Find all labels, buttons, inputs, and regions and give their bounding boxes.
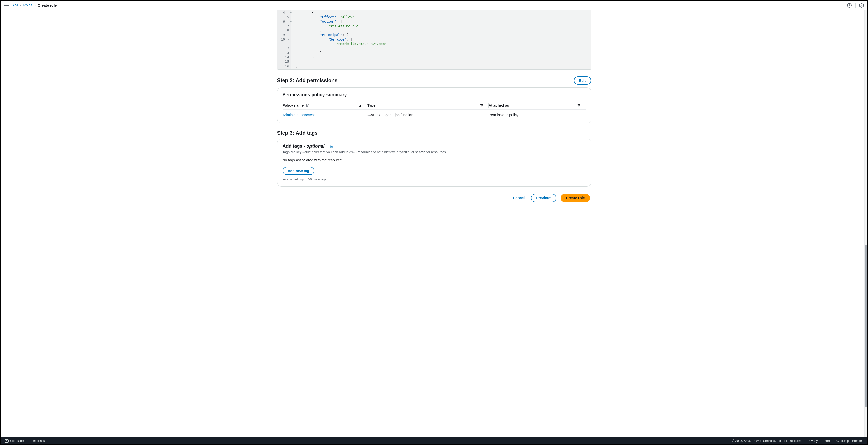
chevron-right-icon: › [20, 3, 21, 7]
create-role-highlight: Create role [560, 193, 591, 203]
external-link-icon [306, 103, 309, 107]
edit-permissions-button[interactable]: Edit [574, 76, 591, 85]
help-icon[interactable]: i [847, 3, 852, 8]
main-content: 4 -56 -789 -10 -111213141516 { "Effect":… [1, 10, 867, 437]
step3-header: Step 3: Add tags [277, 130, 591, 136]
step2-heading: Step 2: Add permissions [277, 77, 338, 83]
code-gutter: 4 -56 -789 -10 -111213141516 [277, 10, 291, 69]
menu-icon[interactable] [4, 4, 9, 7]
add-tag-button[interactable]: Add new tag [283, 167, 314, 175]
create-role-button[interactable]: Create role [561, 194, 590, 202]
sort-asc-icon[interactable]: ▲ [359, 103, 362, 107]
col-policy-name[interactable]: Policy name ▲ [283, 101, 367, 110]
filter-icon[interactable]: ▽ [578, 103, 581, 107]
policy-link[interactable]: AdministratorAccess [283, 113, 316, 117]
policy-attached-as: Permissions policy [489, 109, 585, 118]
terms-link[interactable]: Terms [823, 439, 831, 443]
breadcrumb-iam[interactable]: IAM [11, 3, 18, 7]
privacy-link[interactable]: Privacy [808, 439, 817, 443]
breadcrumb-roles[interactable]: Roles [23, 3, 33, 7]
cloudshell-label: CloudShell [10, 439, 25, 443]
table-row: AdministratorAccess AWS managed - job fu… [283, 109, 586, 118]
cookie-prefs-link[interactable]: Cookie preferences [836, 439, 863, 443]
step2-header: Step 2: Add permissions Edit [277, 76, 591, 85]
feedback-link[interactable]: Feedback [31, 439, 45, 443]
cancel-button[interactable]: Cancel [510, 194, 528, 202]
trust-policy-editor[interactable]: 4 -56 -789 -10 -111213141516 { "Effect":… [277, 10, 591, 70]
top-bar: IAM › Roles › Create role i [1, 1, 867, 10]
tags-empty-text: No tags associated with the resource. [283, 158, 586, 162]
code-body[interactable]: { "Effect": "Allow", "Action": [ "sts:As… [291, 10, 591, 69]
permissions-panel-title: Permissions policy summary [283, 92, 586, 98]
col-attached[interactable]: Attached as ▽ [489, 101, 585, 110]
tags-panel-title: Add tags - optional Info [283, 143, 586, 149]
breadcrumb: IAM › Roles › Create role [11, 3, 57, 7]
wizard-footer: Cancel Previous Create role [277, 193, 591, 203]
col-attached-label: Attached as [489, 103, 509, 107]
svg-marker-0 [860, 3, 863, 7]
settings-hex-icon[interactable] [859, 3, 864, 8]
scrollbar[interactable] [864, 10, 867, 437]
copyright-text: © 2025, Amazon Web Services, Inc. or its… [732, 439, 802, 443]
divider [855, 3, 856, 8]
cloudshell-button[interactable]: CloudShell [5, 439, 25, 443]
chevron-right-icon: › [34, 3, 36, 7]
topbar-actions: i [847, 3, 864, 8]
tags-title-main: Add tags - [283, 143, 307, 149]
step3-heading: Step 3: Add tags [277, 130, 318, 136]
permissions-panel: Permissions policy summary Policy name ▲ [277, 87, 591, 124]
tags-description: Tags are key-value pairs that you can ad… [283, 150, 586, 154]
tags-hint: You can add up to 50 more tags. [283, 178, 586, 181]
info-link[interactable]: Info [328, 144, 333, 148]
previous-button[interactable]: Previous [531, 194, 556, 202]
policy-type: AWS managed - job function [367, 109, 489, 118]
svg-point-1 [861, 5, 862, 6]
col-policy-name-label: Policy name [283, 103, 304, 107]
tags-title-optional: optional [307, 143, 325, 149]
col-type-label: Type [367, 103, 376, 107]
scrollbar-thumb[interactable] [865, 245, 867, 408]
permissions-table: Policy name ▲ Type ▽ [283, 101, 586, 118]
filter-icon[interactable]: ▽ [480, 103, 483, 107]
cloudshell-icon [5, 439, 8, 443]
col-type[interactable]: Type ▽ [367, 101, 489, 110]
tags-panel: Add tags - optional Info Tags are key-va… [277, 139, 591, 186]
bottom-bar: CloudShell Feedback © 2025, Amazon Web S… [1, 437, 867, 444]
breadcrumb-current: Create role [38, 3, 57, 7]
